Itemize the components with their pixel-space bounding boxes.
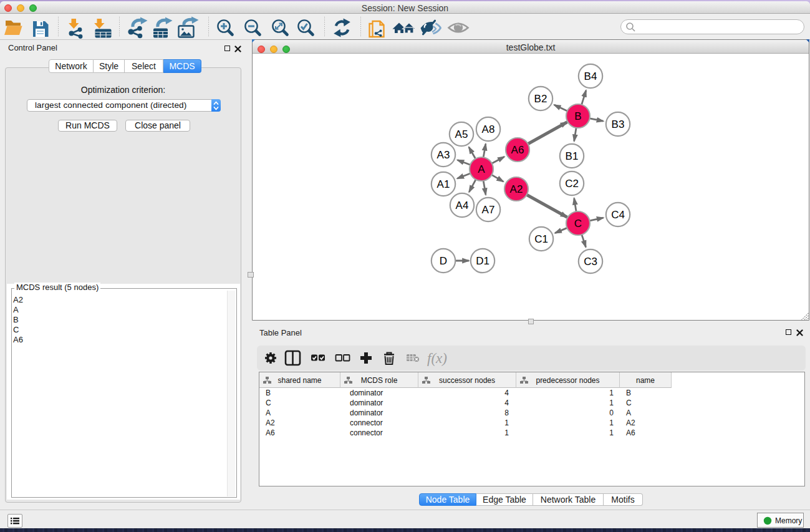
svg-text:C3: C3 [584, 256, 597, 268]
svg-text:f(x): f(x) [427, 351, 447, 366]
svg-text:A4: A4 [456, 200, 469, 211]
svg-text:A: A [478, 163, 485, 175]
svg-text:C4: C4 [611, 209, 625, 221]
svg-text:B: B [574, 110, 581, 122]
svg-text:A5: A5 [455, 128, 468, 140]
svg-text:B3: B3 [612, 118, 625, 130]
svg-text:C1: C1 [534, 233, 548, 245]
svg-text:B2: B2 [534, 93, 547, 105]
svg-text:D1: D1 [476, 255, 489, 267]
svg-text:D: D [440, 255, 447, 267]
svg-text:A3: A3 [437, 149, 450, 161]
svg-text:A8: A8 [482, 123, 495, 135]
svg-text:C: C [574, 218, 582, 230]
svg-text:A1: A1 [437, 178, 450, 190]
svg-text:A7: A7 [482, 204, 495, 216]
svg-text:B4: B4 [584, 70, 597, 82]
svg-text:A2: A2 [510, 183, 523, 195]
svg-text:A6: A6 [511, 144, 524, 156]
svg-text:B1: B1 [566, 150, 579, 162]
svg-text:C2: C2 [565, 178, 579, 190]
